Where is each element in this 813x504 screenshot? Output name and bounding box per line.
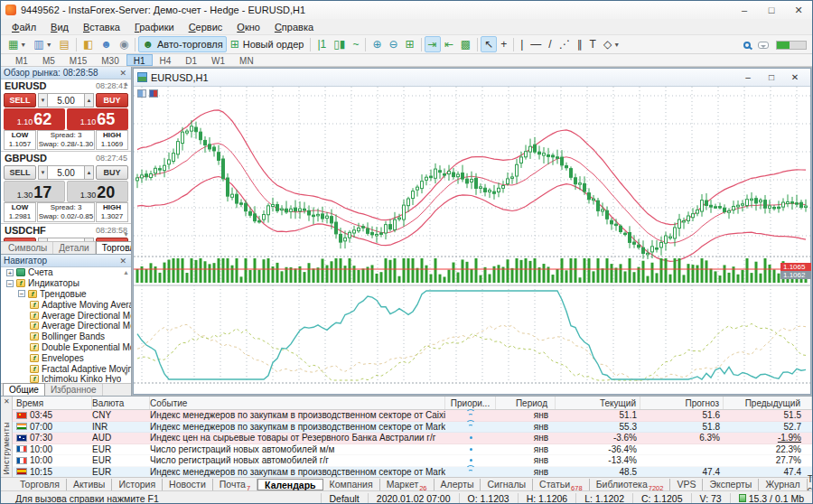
market-watch-close-icon[interactable]: ✕ [117,69,128,78]
symbol-name-row[interactable]: EURUSD 08:28:41 [1,79,131,91]
timeframe-button[interactable]: MN [232,54,261,66]
line-chart-button[interactable]: ~ ▼ [349,36,362,52]
chat-icon[interactable] [758,42,769,49]
zoom-out-button[interactable]: ⊖ ▼ [385,36,401,52]
tree-item[interactable]: − f Трендовые [1,289,131,300]
tab-journal[interactable]: Журнал [759,479,807,490]
bid-price[interactable]: 1.10 62 [4,108,65,130]
text-label-button[interactable]: T ▼ [586,36,600,52]
autotrade-button[interactable]: ☻ Авто-торговля ▼ [138,36,226,52]
vertical-line-button[interactable]: | ▼ [517,36,527,52]
sell-button[interactable]: SELL [4,165,36,180]
tab-history[interactable]: История [112,479,163,490]
calendar-row[interactable]: 10:15 EUR Индекс менеджеров по закупкам … [13,467,812,478]
calendar-row[interactable]: 07:30 AUD Индекс цен на сырьевые товары … [13,433,812,444]
tree-item[interactable]: f Average Directional Movement Index [1,310,131,321]
timeframe-button[interactable]: M5 [35,54,62,66]
expand-toggle-icon[interactable]: − [6,280,14,287]
timeframe-button[interactable]: M1 [8,54,35,66]
chart-canvas[interactable]: 1.10651.1062 [134,87,810,394]
tree-item[interactable]: − f Индикаторы [1,278,131,289]
candles-chart-button[interactable]: ▯▮ ▼ [330,36,349,52]
ask-price[interactable]: 1.30 20 [67,181,128,202]
menu-item[interactable]: Окно [229,21,267,33]
calendar-row[interactable]: 03:45 CNY Индекс менеджеров по закупкам … [13,410,812,422]
tree-item[interactable]: f Envelopes [1,352,131,363]
scroll-up-icon[interactable]: ▲ [122,269,130,275]
templates-button[interactable]: ▩ ▼ [457,36,474,52]
chart-restore-button[interactable]: □ [760,72,783,82]
buy-button[interactable]: BUY [96,165,128,180]
tree-item[interactable]: f Bollinger Bands [1,331,131,342]
objects-button[interactable]: ◇ ▼ [600,36,623,52]
menu-item[interactable]: Графики [127,21,182,33]
chart-shift-button[interactable]: ⇤ ▼ [441,36,457,52]
tab-common[interactable]: Общие [3,383,45,396]
market-watch-toggle[interactable]: ▤ ▼ [56,36,73,52]
tree-item[interactable]: + Счета [1,267,131,278]
navigator-toggle[interactable]: ☻ ▼ [97,36,116,52]
timeframe-button[interactable]: M15 [62,54,94,66]
horizontal-line-button[interactable]: — ▼ [527,36,545,52]
chart-minimize-button[interactable]: – [736,72,760,82]
crosshair-button[interactable]: + ▼ [497,36,510,52]
tab-trading[interactable]: Торговля [96,241,132,254]
new-chart-button[interactable]: ▦ ▼ [5,36,30,52]
trendline-button[interactable]: / ▼ [545,36,555,52]
tree-item[interactable]: f Average Directional Movement Index Wil… [1,321,131,331]
column-header[interactable]: Текущий [556,397,640,409]
tree-item[interactable]: f Double Exponential Moving Average [1,342,131,353]
tree-item[interactable]: f Ichimoku Kinko Hyo [1,374,131,383]
window-maximize-button[interactable]: □ [758,1,785,19]
tab-company[interactable]: Компания [323,479,380,490]
tab-alerts[interactable]: Алерты [435,479,481,490]
timeframe-button[interactable]: M30 [94,54,126,66]
chart-close-button[interactable]: ✕ [783,72,807,82]
depth-of-market-icon[interactable] [149,89,158,98]
terminal-toggle[interactable]: ◉ ▼ [116,36,132,52]
scroll-down-icon[interactable]: ▼ [122,231,130,238]
buy-button[interactable]: BUY [96,93,128,107]
bid-price[interactable]: 1.30 17 [4,181,65,202]
volume-field[interactable]: 5.00 [48,93,84,107]
tab-trade[interactable]: Торговля [14,479,67,490]
tab-calendar[interactable]: Календарь [257,479,322,490]
volume-decrement-button[interactable]: ▼ [38,165,48,180]
sell-button[interactable]: SELL [4,93,36,107]
timeframe-button[interactable]: H4 [153,54,179,66]
equidistant-channel-button[interactable]: ∥ ▼ [574,36,586,52]
tile-windows-button[interactable]: ⊞ ▼ [402,36,418,52]
calendar-row[interactable]: 07:00 INR Индекс менеджеров по закупкам … [13,422,812,434]
calendar-row[interactable]: 10:00 EUR Число регистраций новых автомо… [13,444,812,456]
expand-toggle-icon[interactable]: + [6,269,14,276]
tab-market[interactable]: Маркет26 [380,479,435,490]
volume-decrement-button[interactable]: ▼ [38,93,48,107]
tab-symbols[interactable]: Символы [3,242,53,254]
tab-favorites[interactable]: Избранное [45,384,103,396]
column-header[interactable]: Время [13,397,92,409]
timeframe-button[interactable]: H1 [126,54,153,66]
tab-signals[interactable]: Сигналы [481,479,533,490]
fibonacci-button[interactable]: ⋰ ▼ [556,36,574,52]
scroll-up-icon[interactable]: ▲ [122,80,130,87]
column-header[interactable]: Событие [150,397,445,409]
chart-title-bar[interactable]: EURUSD,H1 – □ ✕ [134,69,810,87]
new-order-button[interactable]: ⊞ Новый ордер ▼ [227,36,308,52]
tab-articles[interactable]: Статьи678 [533,479,590,490]
menu-item[interactable]: Справка [267,21,321,33]
menu-item[interactable]: Файл [5,21,43,33]
cursor-button[interactable]: ↖ ▼ [481,36,497,52]
expand-toggle-icon[interactable]: − [18,290,25,297]
window-close-button[interactable]: ✕ [785,1,812,19]
scroll-down-icon[interactable]: ▼ [122,370,130,377]
menu-item[interactable]: Вставка [76,21,127,33]
timeframe-button[interactable]: W1 [204,54,232,66]
search-icon[interactable] [743,42,751,49]
tree-item[interactable]: f Fractal Adaptive Moving Average [1,363,131,374]
column-header[interactable]: Валюта [92,397,150,409]
column-header[interactable]: Приори... [445,397,496,409]
navigator-close-icon[interactable]: ✕ [117,257,128,266]
symbol-name-row[interactable]: GBPUSD 08:27:45 [1,152,131,163]
volume-field[interactable]: 5.00 [48,165,84,180]
tab-mail[interactable]: Почта7 [213,479,257,490]
